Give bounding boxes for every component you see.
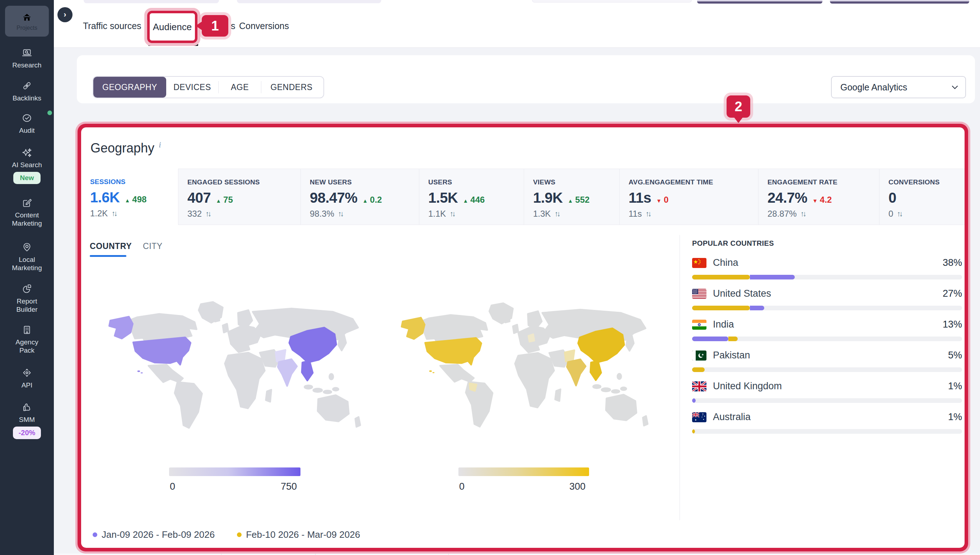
delta-up-icon: ▲: [463, 198, 469, 204]
sort-updown-icon[interactable]: ↑↓: [554, 210, 559, 218]
audience-toolbar: GEOGRAPHY DEVICES AGE GENDERS Google Ana…: [77, 55, 975, 103]
annotation-1-highlight: Audience: [144, 8, 200, 46]
audit-status-dot: [47, 111, 52, 115]
cutoff-element: [84, 0, 219, 3]
sort-updown-icon[interactable]: ↑↓: [646, 210, 650, 218]
top-tabs-bar: Traffic sources Audience s Conversions 1…: [54, 0, 980, 48]
geography-segmented-control: GEOGRAPHY DEVICES AGE GENDERS: [93, 76, 324, 98]
country-row[interactable]: India 13%: [692, 319, 962, 350]
country-progress-bar: [692, 429, 962, 434]
tab-hidden-fragment[interactable]: s: [231, 21, 236, 31]
segment-age[interactable]: AGE: [218, 77, 261, 98]
legend-period-1: Jan-09 2026 - Feb-09 2026: [93, 529, 215, 540]
flag-united-kingdom-icon: [692, 381, 707, 391]
sort-updown-icon[interactable]: ↑↓: [800, 210, 805, 218]
flag-india-icon: [692, 320, 707, 330]
info-icon[interactable]: i: [159, 140, 161, 149]
tab-traffic-sources[interactable]: Traffic sources: [83, 21, 141, 31]
sidebar-item-research[interactable]: Research: [0, 47, 54, 69]
cutoff-element: [237, 0, 381, 3]
delta-up-icon: ▲: [125, 197, 130, 204]
segment-geography[interactable]: GEOGRAPHY: [93, 77, 166, 98]
delta-up-icon: ▲: [568, 198, 573, 204]
link-icon: [21, 80, 33, 93]
country-row[interactable]: China 38%: [692, 257, 962, 288]
research-icon: [21, 47, 33, 59]
metric-tile-new-users[interactable]: NEW USERS 98.47%▲0.2 98.3%↑↓: [300, 168, 419, 225]
country-progress-bar: [692, 367, 962, 372]
chevron-down-icon: [952, 85, 958, 90]
metric-tile-sessions[interactable]: SESSIONS 1.6K▲498 1.2K↑↓: [81, 168, 178, 225]
sidebar-item-audit[interactable]: Audit: [0, 112, 54, 135]
annotation-step-2-badge: 2: [726, 95, 750, 118]
metric-tile-engaged-sessions[interactable]: ENGAGED SESSIONS 407▲75 332↑↓: [178, 168, 300, 225]
metric-tile-users[interactable]: USERS 1.5K▲446 1.1K↑↓: [419, 168, 524, 225]
metric-tile-engagement-rate[interactable]: ENGAGEMENT RATE 24.7%▼4.2 28.87%↑↓: [758, 168, 879, 225]
metric-tile-avg-engagement-time[interactable]: AVG.ENGAGEMENT TIME 11s▼0 11s↑↓: [619, 168, 758, 225]
sort-updown-icon[interactable]: ↑↓: [338, 210, 342, 218]
sidebar-item-ai-search[interactable]: AI Search New: [0, 146, 54, 184]
location-pin-icon: [21, 241, 33, 254]
sort-updown-icon[interactable]: ↑↓: [897, 210, 901, 218]
country-row[interactable]: United Kingdom 1%: [692, 381, 962, 412]
api-cube-icon: [21, 367, 33, 380]
sort-updown-icon[interactable]: ↑↓: [111, 209, 116, 218]
metric-tile-views[interactable]: VIEWS 1.9K▲552 1.3K↑↓: [524, 168, 619, 225]
annotation-2-border: Geographyi SESSIONS 1.6K▲498 1.2K↑↓ ENGA…: [77, 124, 968, 552]
sidebar-item-content-marketing[interactable]: Content Marketing: [0, 197, 54, 228]
tab-conversions[interactable]: Conversions: [239, 21, 289, 31]
world-map-period2[interactable]: [393, 274, 660, 457]
country-progress-bar: [692, 337, 962, 341]
sidebar-item-report-builder[interactable]: Report Builder: [0, 283, 54, 314]
sidebar-item-api[interactable]: API: [0, 367, 54, 389]
map-gradient-scale-yellow: [458, 467, 589, 476]
country-progress-bar: [692, 398, 962, 403]
tab-city[interactable]: CITY: [143, 241, 162, 251]
period-legend: Jan-09 2026 - Feb-09 2026 Feb-10 2026 - …: [93, 529, 360, 540]
sort-updown-icon[interactable]: ↑↓: [205, 210, 210, 218]
gradient-min-label: 0: [170, 481, 175, 492]
sidebar-item-backlinks[interactable]: Backlinks: [0, 80, 54, 102]
flag-china-icon: [692, 258, 707, 268]
delta-up-icon: ▲: [216, 198, 221, 204]
country-row[interactable]: Australia 1%: [692, 412, 962, 442]
country-progress-bar: [692, 306, 962, 310]
world-map-period1[interactable]: [101, 274, 373, 457]
gradient-max-label: 300: [569, 481, 585, 492]
segment-genders[interactable]: GENDERS: [261, 77, 321, 98]
country-row[interactable]: United States 27%: [692, 288, 962, 319]
popular-countries-list: China 38% United States 27%: [692, 257, 962, 442]
sidebar-nav: Projects Research Backlinks Audit: [0, 0, 54, 555]
sidebar-item-smm[interactable]: SMM -20%: [0, 401, 54, 439]
building-icon: [21, 324, 33, 337]
data-source-select[interactable]: Google Analytics: [831, 76, 966, 98]
country-tab-underline: [90, 255, 126, 257]
delta-up-icon: ▲: [363, 198, 368, 204]
tab-audience[interactable]: Audience: [147, 11, 198, 43]
sort-updown-icon[interactable]: ↑↓: [450, 210, 454, 218]
cutoff-element: [830, 0, 969, 3]
country-row[interactable]: Pakistan 5%: [692, 350, 962, 381]
sparkles-icon: [21, 146, 33, 159]
purple-dot-icon: [93, 533, 97, 537]
yellow-dot-icon: [237, 533, 242, 537]
cutoff-table-row: [54, 553, 980, 555]
tab-country[interactable]: COUNTRY: [90, 241, 132, 251]
delta-down-icon: ▼: [812, 198, 818, 204]
metric-tile-conversions[interactable]: CONVERSIONS 0 0↑↓: [879, 168, 965, 225]
sidebar-collapse-button[interactable]: ›: [58, 7, 72, 22]
discount-badge: -20%: [13, 427, 41, 439]
gradient-max-label: 750: [281, 481, 297, 492]
sidebar-item-local-marketing[interactable]: Local Marketing: [0, 241, 54, 272]
chevron-right-icon: ›: [64, 10, 66, 19]
sidebar-item-projects[interactable]: Projects: [5, 6, 49, 37]
annotation-2-highlight: Geographyi SESSIONS 1.6K▲498 1.2K↑↓ ENGA…: [76, 122, 970, 553]
annotation-arrow-icon: [734, 117, 743, 123]
country-progress-bar: [692, 275, 962, 279]
cutoff-element: [697, 0, 823, 3]
thumbs-up-icon: [21, 401, 33, 414]
sidebar-item-agency-pack[interactable]: Agency Pack: [0, 324, 54, 354]
segment-devices[interactable]: DEVICES: [166, 77, 218, 98]
geography-panel: Geographyi SESSIONS 1.6K▲498 1.2K↑↓ ENGA…: [81, 127, 965, 548]
edit-square-icon: [21, 197, 33, 210]
